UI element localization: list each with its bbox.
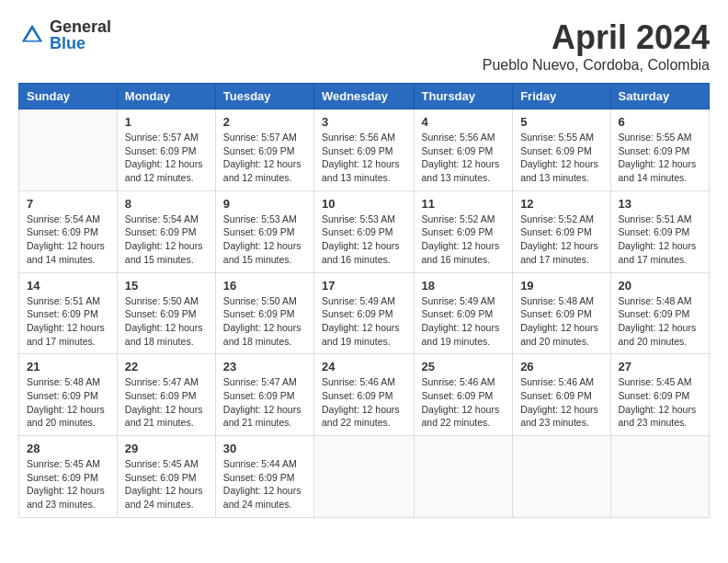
- day-number: 25: [422, 360, 506, 373]
- month-title: April 2024: [483, 18, 710, 57]
- day-number: 27: [619, 360, 701, 373]
- day-number: 19: [520, 279, 602, 293]
- day-info: Sunrise: 5:56 AM Sunset: 6:09 PM Dayligh…: [322, 131, 406, 185]
- day-info: Sunrise: 5:46 AM Sunset: 6:09 PM Dayligh…: [322, 375, 406, 430]
- day-number: 26: [520, 360, 602, 373]
- day-number: 4: [422, 115, 506, 129]
- calendar-week-row: 1Sunrise: 5:57 AM Sunset: 6:09 PM Daylig…: [19, 109, 710, 191]
- calendar-cell: 9Sunrise: 5:53 AM Sunset: 6:09 PM Daylig…: [215, 190, 313, 272]
- day-number: 30: [223, 442, 306, 455]
- day-number: 23: [223, 360, 306, 373]
- calendar-cell: 28Sunrise: 5:45 AM Sunset: 6:09 PM Dayli…: [19, 436, 118, 518]
- weekday-header: Friday: [513, 84, 610, 109]
- day-info: Sunrise: 5:54 AM Sunset: 6:09 PM Dayligh…: [125, 213, 208, 267]
- calendar-body: 1Sunrise: 5:57 AM Sunset: 6:09 PM Daylig…: [19, 109, 710, 518]
- calendar-cell: 13Sunrise: 5:51 AM Sunset: 6:09 PM Dayli…: [610, 190, 709, 272]
- calendar-cell: 23Sunrise: 5:47 AM Sunset: 6:09 PM Dayli…: [215, 354, 313, 436]
- day-info: Sunrise: 5:55 AM Sunset: 6:09 PM Dayligh…: [619, 131, 701, 185]
- calendar-table: SundayMondayTuesdayWednesdayThursdayFrid…: [18, 83, 710, 518]
- calendar-cell: 16Sunrise: 5:50 AM Sunset: 6:09 PM Dayli…: [215, 272, 313, 354]
- day-number: 10: [322, 197, 406, 211]
- calendar-cell: [414, 436, 513, 518]
- logo-blue-text: Blue: [50, 35, 111, 52]
- calendar-cell: 8Sunrise: 5:54 AM Sunset: 6:09 PM Daylig…: [117, 190, 215, 272]
- calendar-cell: [610, 436, 709, 518]
- logo: General Blue: [18, 18, 111, 52]
- calendar-cell: 18Sunrise: 5:49 AM Sunset: 6:09 PM Dayli…: [414, 272, 513, 354]
- day-info: Sunrise: 5:53 AM Sunset: 6:09 PM Dayligh…: [322, 213, 406, 267]
- day-number: 9: [223, 197, 306, 211]
- day-info: Sunrise: 5:51 AM Sunset: 6:09 PM Dayligh…: [27, 294, 109, 349]
- weekday-header: Monday: [117, 84, 215, 109]
- calendar-cell: 30Sunrise: 5:44 AM Sunset: 6:09 PM Dayli…: [215, 436, 313, 518]
- day-number: 28: [27, 442, 109, 455]
- day-info: Sunrise: 5:49 AM Sunset: 6:09 PM Dayligh…: [422, 294, 506, 349]
- calendar-cell: [513, 436, 610, 518]
- day-info: Sunrise: 5:52 AM Sunset: 6:09 PM Dayligh…: [520, 213, 602, 267]
- day-info: Sunrise: 5:50 AM Sunset: 6:09 PM Dayligh…: [223, 294, 306, 349]
- calendar-week-row: 7Sunrise: 5:54 AM Sunset: 6:09 PM Daylig…: [19, 190, 710, 272]
- weekday-header: Saturday: [610, 84, 709, 109]
- day-info: Sunrise: 5:47 AM Sunset: 6:09 PM Dayligh…: [223, 375, 306, 430]
- day-info: Sunrise: 5:46 AM Sunset: 6:09 PM Dayligh…: [422, 375, 506, 430]
- day-number: 18: [422, 279, 506, 293]
- calendar-header: SundayMondayTuesdayWednesdayThursdayFrid…: [19, 84, 710, 109]
- day-info: Sunrise: 5:53 AM Sunset: 6:09 PM Dayligh…: [223, 213, 306, 267]
- calendar-cell: 11Sunrise: 5:52 AM Sunset: 6:09 PM Dayli…: [414, 190, 513, 272]
- day-info: Sunrise: 5:55 AM Sunset: 6:09 PM Dayligh…: [520, 131, 602, 185]
- calendar-cell: 15Sunrise: 5:50 AM Sunset: 6:09 PM Dayli…: [117, 272, 215, 354]
- location: Pueblo Nuevo, Cordoba, Colombia: [483, 57, 710, 74]
- day-number: 17: [322, 279, 406, 293]
- calendar-week-row: 14Sunrise: 5:51 AM Sunset: 6:09 PM Dayli…: [19, 272, 710, 354]
- day-number: 13: [619, 197, 701, 211]
- calendar-cell: 3Sunrise: 5:56 AM Sunset: 6:09 PM Daylig…: [313, 109, 414, 191]
- calendar-week-row: 28Sunrise: 5:45 AM Sunset: 6:09 PM Dayli…: [19, 436, 710, 518]
- calendar-cell: 7Sunrise: 5:54 AM Sunset: 6:09 PM Daylig…: [19, 190, 118, 272]
- day-number: 1: [125, 115, 208, 129]
- day-number: 24: [322, 360, 406, 373]
- day-number: 2: [223, 115, 306, 129]
- logo-general-text: General: [50, 18, 111, 35]
- day-info: Sunrise: 5:45 AM Sunset: 6:09 PM Dayligh…: [125, 457, 208, 511]
- day-number: 29: [125, 442, 208, 455]
- day-number: 22: [125, 360, 208, 373]
- day-number: 11: [422, 197, 506, 211]
- calendar-cell: 26Sunrise: 5:46 AM Sunset: 6:09 PM Dayli…: [513, 354, 610, 436]
- day-info: Sunrise: 5:44 AM Sunset: 6:09 PM Dayligh…: [223, 457, 306, 511]
- calendar-cell: 17Sunrise: 5:49 AM Sunset: 6:09 PM Dayli…: [313, 272, 414, 354]
- calendar-cell: 1Sunrise: 5:57 AM Sunset: 6:09 PM Daylig…: [117, 109, 215, 191]
- calendar-cell: 12Sunrise: 5:52 AM Sunset: 6:09 PM Dayli…: [513, 190, 610, 272]
- day-info: Sunrise: 5:47 AM Sunset: 6:09 PM Dayligh…: [125, 375, 208, 430]
- day-number: 3: [322, 115, 406, 129]
- calendar-cell: 5Sunrise: 5:55 AM Sunset: 6:09 PM Daylig…: [513, 109, 610, 191]
- day-number: 7: [27, 197, 109, 211]
- weekday-header: Tuesday: [215, 84, 313, 109]
- day-number: 15: [125, 279, 208, 293]
- day-info: Sunrise: 5:46 AM Sunset: 6:09 PM Dayligh…: [520, 375, 602, 430]
- day-info: Sunrise: 5:52 AM Sunset: 6:09 PM Dayligh…: [422, 213, 506, 267]
- day-info: Sunrise: 5:48 AM Sunset: 6:09 PM Dayligh…: [520, 294, 602, 349]
- weekday-header: Thursday: [414, 84, 513, 109]
- calendar-cell: 2Sunrise: 5:57 AM Sunset: 6:09 PM Daylig…: [215, 109, 313, 191]
- day-info: Sunrise: 5:57 AM Sunset: 6:09 PM Dayligh…: [223, 131, 306, 185]
- calendar-cell: 21Sunrise: 5:48 AM Sunset: 6:09 PM Dayli…: [19, 354, 118, 436]
- calendar-cell: 24Sunrise: 5:46 AM Sunset: 6:09 PM Dayli…: [313, 354, 414, 436]
- logo-icon: [18, 21, 46, 49]
- day-info: Sunrise: 5:50 AM Sunset: 6:09 PM Dayligh…: [125, 294, 208, 349]
- day-info: Sunrise: 5:54 AM Sunset: 6:09 PM Dayligh…: [27, 213, 109, 267]
- day-info: Sunrise: 5:45 AM Sunset: 6:09 PM Dayligh…: [619, 375, 701, 430]
- day-number: 21: [27, 360, 109, 373]
- day-info: Sunrise: 5:48 AM Sunset: 6:09 PM Dayligh…: [27, 375, 109, 430]
- calendar-cell: 25Sunrise: 5:46 AM Sunset: 6:09 PM Dayli…: [414, 354, 513, 436]
- calendar-cell: 14Sunrise: 5:51 AM Sunset: 6:09 PM Dayli…: [19, 272, 118, 354]
- title-section: April 2024 Pueblo Nuevo, Cordoba, Colomb…: [483, 18, 710, 74]
- day-info: Sunrise: 5:57 AM Sunset: 6:09 PM Dayligh…: [125, 131, 208, 185]
- day-number: 14: [27, 279, 109, 293]
- weekday-header: Sunday: [19, 84, 118, 109]
- day-number: 5: [520, 115, 602, 129]
- calendar-cell: 27Sunrise: 5:45 AM Sunset: 6:09 PM Dayli…: [610, 354, 709, 436]
- day-number: 12: [520, 197, 602, 211]
- calendar-cell: [19, 109, 118, 191]
- calendar-cell: 6Sunrise: 5:55 AM Sunset: 6:09 PM Daylig…: [610, 109, 709, 191]
- day-info: Sunrise: 5:56 AM Sunset: 6:09 PM Dayligh…: [422, 131, 506, 185]
